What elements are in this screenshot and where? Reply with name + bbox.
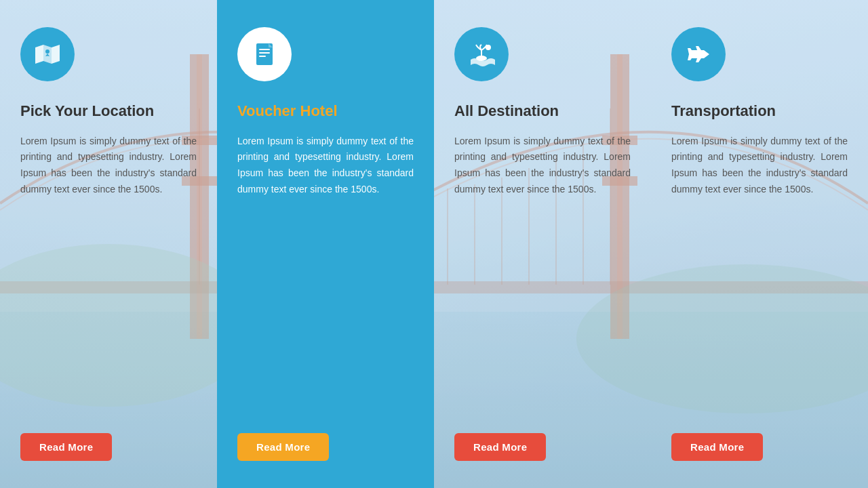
all-destination-text: Lorem Ipsum is simply dummy text of the … (454, 134, 631, 413)
document-icon (251, 41, 278, 68)
svg-rect-33 (259, 52, 270, 54)
card-voucher-hotel: Voucher Hotel Lorem Ipsum is simply dumm… (217, 0, 434, 488)
transportation-icon-circle (671, 27, 726, 81)
voucher-hotel-text: Lorem Ipsum is simply dummy text of the … (237, 134, 414, 413)
transportation-read-more-button[interactable]: Read More (671, 433, 763, 461)
svg-point-30 (45, 49, 50, 54)
pick-location-text: Lorem Ipsum is simply dummy text of the … (20, 134, 197, 413)
svg-point-37 (486, 45, 491, 50)
plane-icon (685, 41, 712, 68)
card-transportation: Transportation Lorem Ipsum is simply dum… (651, 0, 868, 488)
voucher-hotel-read-more-button[interactable]: Read More (237, 433, 329, 461)
all-destination-icon-circle (454, 27, 509, 81)
voucher-hotel-title: Voucher Hotel (237, 102, 414, 121)
transportation-title: Transportation (671, 102, 848, 121)
card-all-destination: All Destination Lorem Ipsum is simply du… (434, 0, 651, 488)
card-pick-location: Pick Your Location Lorem Ipsum is simply… (0, 0, 217, 488)
svg-rect-32 (259, 49, 270, 50)
pick-location-read-more-button[interactable]: Read More (20, 433, 112, 461)
cards-container: Pick Your Location Lorem Ipsum is simply… (0, 0, 868, 488)
transportation-text: Lorem Ipsum is simply dummy text of the … (671, 134, 848, 413)
all-destination-title: All Destination (454, 102, 631, 121)
pick-location-title: Pick Your Location (20, 102, 197, 121)
island-icon (468, 41, 495, 68)
voucher-hotel-icon-circle (237, 27, 292, 81)
svg-rect-34 (259, 56, 266, 57)
all-destination-read-more-button[interactable]: Read More (454, 433, 546, 461)
pick-location-icon-circle (20, 27, 75, 81)
map-icon (34, 41, 61, 68)
